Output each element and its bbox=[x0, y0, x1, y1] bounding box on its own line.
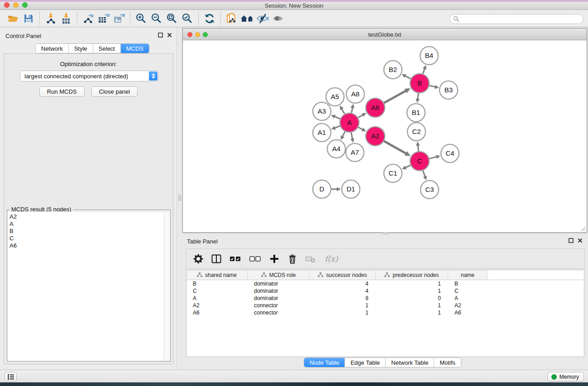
export-table-button[interactable] bbox=[96, 11, 111, 26]
tab-motifs[interactable]: Motifs bbox=[434, 358, 461, 367]
close-panel-button[interactable]: Close panel bbox=[91, 86, 138, 97]
result-item[interactable]: A2 bbox=[10, 213, 164, 220]
edge-A2-C[interactable] bbox=[384, 141, 406, 154]
new-network-from-selection-button[interactable] bbox=[224, 11, 239, 26]
float-table-panel-icon[interactable] bbox=[569, 238, 574, 243]
table-row[interactable]: Bdominator41B bbox=[186, 280, 584, 287]
resize-grip-icon[interactable] bbox=[580, 226, 586, 231]
close-table-panel-icon[interactable] bbox=[578, 238, 583, 243]
float-panel-icon[interactable] bbox=[158, 33, 163, 38]
tab-select[interactable]: Select bbox=[93, 44, 121, 53]
edge-A-A8[interactable] bbox=[351, 107, 352, 113]
tab-mcds[interactable]: MCDS bbox=[121, 44, 149, 53]
cell-name: A bbox=[448, 295, 488, 302]
open-session-button[interactable] bbox=[5, 11, 21, 26]
network-canvas[interactable]: AA1A2A3A4A5A6A7A8BB1B2B3B4CC1C2C3C4DD1 bbox=[183, 40, 587, 232]
result-item[interactable]: A6 bbox=[10, 242, 164, 249]
node-label-D: D bbox=[320, 185, 325, 193]
select-all-button[interactable] bbox=[229, 253, 242, 265]
edge-B-B2[interactable] bbox=[405, 76, 411, 79]
home-button[interactable] bbox=[239, 11, 255, 26]
edge-B-B3[interactable] bbox=[429, 86, 435, 87]
import-network-button[interactable] bbox=[43, 11, 58, 26]
edge-A-A6[interactable] bbox=[358, 115, 363, 118]
network-window-title: testGlobe.txt bbox=[183, 31, 587, 38]
zoom-fit-button[interactable] bbox=[164, 11, 180, 26]
delete-column-button[interactable] bbox=[287, 253, 298, 265]
edge-C-C2[interactable] bbox=[418, 145, 418, 151]
status-bar: Memory bbox=[0, 370, 588, 382]
export-image-button[interactable] bbox=[111, 11, 127, 26]
column-settings-button[interactable] bbox=[193, 253, 204, 265]
memory-button[interactable]: Memory bbox=[547, 372, 584, 381]
table-body: Bdominator41BCdominator41CAdominator80AA… bbox=[186, 280, 584, 316]
function-builder-button[interactable]: f(x) bbox=[323, 253, 339, 265]
node-label-A5: A5 bbox=[331, 93, 339, 100]
edge-A-A3[interactable] bbox=[335, 116, 340, 119]
column-label: successor nodes bbox=[326, 272, 367, 278]
table-row[interactable]: Adominator80A bbox=[186, 295, 584, 302]
split-view-button[interactable] bbox=[211, 253, 222, 265]
column-header-name[interactable]: name bbox=[448, 270, 488, 280]
cell-shared-name: B bbox=[186, 280, 248, 287]
show-details-button[interactable] bbox=[270, 11, 286, 26]
table-row[interactable]: A6connector11A6 bbox=[186, 309, 584, 316]
delete-table-button[interactable] bbox=[305, 253, 316, 265]
search-input[interactable] bbox=[449, 14, 583, 24]
edge-A-A5[interactable] bbox=[342, 109, 345, 114]
hide-details-button[interactable] bbox=[255, 11, 270, 26]
open-folder-icon bbox=[7, 13, 19, 24]
tab-network[interactable]: Network bbox=[36, 44, 69, 53]
search-container bbox=[449, 14, 583, 24]
network-view-window: testGlobe.txt AA1A2A3A4A5A6A7A8BB1B2B3B4… bbox=[182, 28, 587, 233]
edge-A6-B[interactable] bbox=[384, 91, 406, 103]
edge-C-C4[interactable] bbox=[429, 157, 437, 158]
column-header-successor-nodes[interactable]: successor nodes bbox=[310, 270, 376, 280]
network-window-titlebar[interactable]: testGlobe.txt bbox=[183, 29, 587, 40]
zoom-in-button[interactable] bbox=[134, 11, 149, 26]
edge-C-C1[interactable] bbox=[405, 165, 411, 167]
task-history-button[interactable] bbox=[5, 372, 17, 381]
zoom-out-button[interactable] bbox=[149, 11, 164, 26]
table-panel-title: Table Panel bbox=[187, 238, 218, 245]
close-panel-icon[interactable] bbox=[167, 33, 172, 38]
tab-node-table[interactable]: Node Table bbox=[304, 358, 345, 367]
edge-B-B4[interactable] bbox=[423, 68, 425, 74]
edge-A-A2[interactable] bbox=[358, 127, 363, 129]
table-toolbar: f(x) bbox=[186, 248, 585, 269]
edge-B-B1[interactable] bbox=[418, 93, 419, 99]
cell-mcds-role: connector bbox=[248, 309, 310, 316]
edge-A-A4[interactable] bbox=[342, 132, 345, 137]
tab-style[interactable]: Style bbox=[69, 44, 93, 53]
column-header-mcds-role[interactable]: MCDS role bbox=[248, 270, 310, 280]
control-panel-tabs: NetworkStyleSelectMCDS bbox=[35, 43, 149, 53]
result-item[interactable]: B bbox=[10, 228, 164, 235]
edge-A-A7[interactable] bbox=[351, 133, 353, 139]
splitter-handle-vertical[interactable] bbox=[178, 195, 181, 201]
column-header-shared-name[interactable]: shared name bbox=[186, 270, 248, 280]
edge-C-C3[interactable] bbox=[423, 171, 425, 177]
run-mcds-button[interactable]: Run MCDS bbox=[39, 86, 85, 97]
toolbar-separator bbox=[77, 12, 77, 25]
refresh-view-button[interactable] bbox=[202, 11, 217, 26]
arrowhead-icon bbox=[350, 104, 354, 109]
column-header-predecessor-nodes[interactable]: predecessor nodes bbox=[376, 270, 448, 280]
zoom-out-icon bbox=[151, 13, 163, 24]
deselect-all-button[interactable] bbox=[249, 253, 262, 265]
tab-network-table[interactable]: Network Table bbox=[386, 358, 434, 367]
save-session-button[interactable] bbox=[21, 11, 36, 26]
edge-A-A1[interactable] bbox=[335, 126, 340, 128]
result-scrollbar[interactable] bbox=[164, 212, 170, 361]
result-item[interactable]: A bbox=[10, 220, 164, 228]
table-row[interactable]: A2connector11A2 bbox=[186, 302, 584, 309]
tab-edge-table[interactable]: Edge Table bbox=[345, 358, 386, 367]
zoom-selected-button[interactable] bbox=[180, 11, 195, 26]
result-item[interactable]: C bbox=[10, 235, 164, 242]
add-column-button[interactable] bbox=[269, 253, 280, 265]
cell-name: C bbox=[448, 287, 488, 295]
import-table-button[interactable] bbox=[58, 11, 74, 26]
table-row[interactable]: Cdominator41C bbox=[186, 287, 584, 295]
criterion-select[interactable]: largest connected component (directed) bbox=[20, 71, 158, 81]
cell-predecessor-nodes: 1 bbox=[376, 280, 448, 287]
export-network-button[interactable] bbox=[81, 11, 96, 26]
